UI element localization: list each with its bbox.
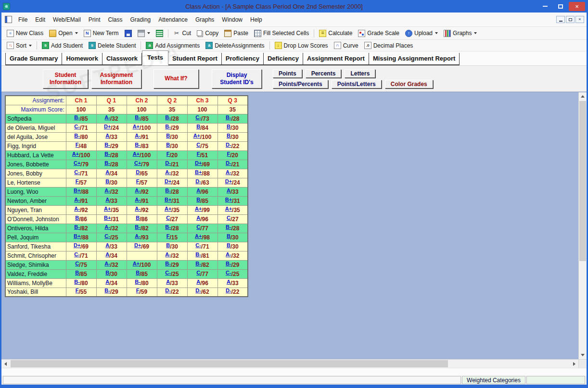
student-name-cell[interactable]: Newton, Amber <box>5 196 66 205</box>
grade-cell[interactable]: B-/85 <box>66 114 96 123</box>
grade-cell[interactable]: B-/29 <box>217 260 248 269</box>
grade-cell[interactable]: B-/82 <box>187 260 217 269</box>
grade-cell[interactable]: B/30 <box>157 132 187 141</box>
grade-cell[interactable]: C/27 <box>157 214 187 224</box>
calculate-button[interactable]: Calculate <box>316 29 355 38</box>
grade-cell[interactable]: A/96 <box>187 278 217 288</box>
grade-cell[interactable]: D-/21 <box>217 160 248 169</box>
max-score-cell[interactable]: 100 <box>66 105 96 114</box>
grade-cell[interactable]: F/59 <box>127 288 157 297</box>
student-name-cell[interactable]: Sanford, Tikesha <box>5 242 66 251</box>
column-header-ch-3[interactable]: Ch 3 <box>187 96 217 105</box>
decimal-places-button[interactable]: Decimal Places <box>361 41 416 50</box>
grade-cell[interactable]: A+/100 <box>127 150 157 160</box>
grade-cell[interactable]: A-/32 <box>217 169 248 178</box>
close-button[interactable]: × <box>569 2 585 11</box>
grade-cell[interactable]: B/30 <box>217 123 248 132</box>
grade-cell[interactable]: A+/35 <box>157 205 187 214</box>
grade-cell[interactable]: D-/22 <box>157 288 187 297</box>
tab-proficiency[interactable]: Proficiency <box>222 53 264 65</box>
grade-cell[interactable]: B/30 <box>157 242 187 251</box>
grade-cell[interactable]: A/34 <box>96 251 127 260</box>
column-header-q-1[interactable]: Q 1 <box>96 96 127 105</box>
tab-grade-summary[interactable]: Grade Summary <box>5 53 62 65</box>
grade-cell[interactable]: B+/31 <box>96 214 127 224</box>
maximize-button[interactable] <box>553 2 567 11</box>
grade-cell[interactable]: A+/35 <box>217 205 248 214</box>
grade-cell[interactable]: B-/83 <box>127 141 157 150</box>
grade-cell[interactable]: B-/28 <box>217 114 248 123</box>
drop-low-scores-button[interactable]: Drop Low Scores <box>272 41 331 50</box>
student-name-cell[interactable]: Ontiveros, Hilda <box>5 224 66 233</box>
student-name-cell[interactable]: Valdez, Freddie <box>5 269 66 278</box>
menu-item-print[interactable]: Print <box>85 14 104 25</box>
grade-cell[interactable]: A+/98 <box>187 233 217 242</box>
grade-cell[interactable]: C+/79 <box>66 160 96 169</box>
color-grades-button[interactable]: Color Grades <box>385 80 433 88</box>
grade-cell[interactable]: D+/24 <box>157 178 187 187</box>
grade-cell[interactable]: B-/28 <box>157 114 187 123</box>
student-name-cell[interactable]: Sledge, Shimika <box>5 260 66 269</box>
grade-cell[interactable]: A-/32 <box>96 114 127 123</box>
grade-cell[interactable]: B+/88 <box>66 233 96 242</box>
grade-cell[interactable]: D/65 <box>127 169 157 178</box>
grade-cell[interactable]: A-/32 <box>96 224 127 233</box>
grade-cell[interactable]: A/34 <box>96 169 127 178</box>
student-name-cell[interactable]: Softpedia <box>5 114 66 123</box>
grade-cell[interactable]: F/15 <box>157 233 187 242</box>
grade-cell[interactable]: A/33 <box>217 187 248 196</box>
grade-cell[interactable]: B/30 <box>157 141 187 150</box>
grade-cell[interactable]: A-/32 <box>96 260 127 269</box>
tab-tests[interactable]: Tests <box>142 50 168 65</box>
horizontal-scrollbar[interactable] <box>1 359 587 368</box>
display-student-id-s-button[interactable]: Display Student ID's <box>212 69 262 88</box>
student-information-button[interactable]: Student Information <box>43 69 88 88</box>
student-name-cell[interactable]: del Aguila, Jose <box>5 132 66 141</box>
grade-cell[interactable]: D+/69 <box>66 242 96 251</box>
grade-cell[interactable]: A-/32 <box>96 187 127 196</box>
copy-button[interactable]: Copy <box>194 29 221 38</box>
grade-cell[interactable]: C-/71 <box>66 123 96 132</box>
curve-button[interactable]: Curve <box>331 41 361 50</box>
grade-cell[interactable]: B-/85 <box>127 114 157 123</box>
grade-cell[interactable]: B/30 <box>96 269 127 278</box>
grade-cell[interactable]: A-/92 <box>66 205 96 214</box>
paste-button[interactable]: Paste <box>221 29 251 38</box>
vertical-scrollbar-thumb[interactable] <box>579 101 586 261</box>
grade-cell[interactable]: D+/24 <box>217 178 248 187</box>
mdi-restore-button[interactable] <box>566 16 575 23</box>
grade-cell[interactable]: A/33 <box>157 278 187 288</box>
tab-deficiency[interactable]: Deficiency <box>264 53 303 65</box>
max-score-cell[interactable]: 35 <box>217 105 248 114</box>
print-button[interactable] <box>135 29 153 38</box>
grade-cell[interactable]: A-/91 <box>127 196 157 205</box>
menu-item-graphs[interactable]: Graphs <box>192 14 218 25</box>
weighted-categories-button[interactable]: Weighted Categories <box>462 376 525 384</box>
grade-cell[interactable] <box>127 251 157 260</box>
grade-cell[interactable]: B-/29 <box>96 288 127 297</box>
grade-cell[interactable]: A-/92 <box>127 205 157 214</box>
mdi-close-button[interactable]: × <box>575 16 584 23</box>
grade-cell[interactable]: F/20 <box>217 150 248 160</box>
graphs-button[interactable]: Graphs <box>441 29 480 38</box>
grade-cell[interactable]: F/48 <box>66 141 96 150</box>
grade-cell[interactable]: A/33 <box>96 132 127 141</box>
grade-cell[interactable]: D-/22 <box>217 141 248 150</box>
add-student-button[interactable]: Add Student <box>39 41 86 50</box>
max-score-cell[interactable]: 35 <box>96 105 127 114</box>
grade-cell[interactable]: B-/28 <box>157 187 187 196</box>
student-name-cell[interactable]: Hubbard, La Vette <box>5 150 66 160</box>
column-header-q-2[interactable]: Q 2 <box>157 96 187 105</box>
grade-cell[interactable]: B-/82 <box>66 224 96 233</box>
grade-cell[interactable]: B/30 <box>217 242 248 251</box>
grade-cell[interactable]: C/75 <box>187 141 217 150</box>
scroll-left-button[interactable] <box>1 360 10 368</box>
menu-item-file[interactable]: File <box>14 14 31 25</box>
upload-button[interactable]: Upload <box>402 29 441 38</box>
tab-student-report[interactable]: Student Report <box>168 53 222 65</box>
grade-cell[interactable]: B-/80 <box>127 278 157 288</box>
grade-cell[interactable]: D+/69 <box>127 242 157 251</box>
sort-button[interactable]: Sort <box>4 41 35 50</box>
grade-cell[interactable]: C-/25 <box>217 269 248 278</box>
grade-cell[interactable]: B+/31 <box>157 196 187 205</box>
